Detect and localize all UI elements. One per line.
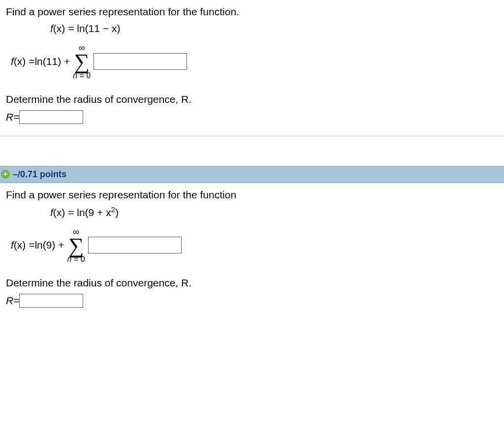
q1-answer-line: f(x) = ln(11) + ∞ ∑ n = 0 — [11, 43, 498, 80]
q2-radius-input[interactable] — [19, 294, 83, 308]
q1-radius-input[interactable] — [19, 110, 83, 124]
q2-answer-line: f(x) = ln(9) + ∞ ∑ n = 0 — [11, 227, 498, 264]
summation-symbol: ∞ ∑ n = 0 — [73, 43, 91, 80]
question-1: Find a power series representation for t… — [0, 0, 504, 136]
ans-fn-body: ln(11) + — [34, 56, 70, 67]
r-eq: = — [13, 111, 19, 123]
question-2: Find a power series representation for t… — [0, 183, 504, 320]
summation-symbol: ∞ ∑ n = 0 — [67, 227, 85, 264]
ans-fn-arg: (x) = — [14, 239, 35, 251]
ans-fn-body: ln(9) + — [34, 239, 64, 251]
points-bar: + –/0.71 points — [0, 166, 504, 183]
q1-radius-prompt: Determine the radius of convergence, R. — [6, 94, 498, 105]
q2-series-input[interactable] — [88, 237, 182, 253]
q2-prompt: Find a power series representation for t… — [6, 189, 498, 201]
sigma-icon: ∑ — [74, 52, 90, 72]
q1-function: f(x) = ln(11 − x) — [50, 23, 498, 34]
q2-radius-prompt: Determine the radius of convergence, R. — [6, 277, 498, 289]
expand-button[interactable]: + — [1, 170, 10, 179]
q1-prompt: Find a power series representation for t… — [6, 6, 498, 18]
divider — [0, 136, 504, 136]
q2-r-line: R = — [6, 294, 498, 308]
fn-body: ln(11 − x) — [77, 23, 120, 34]
q1-r-line: R = — [6, 110, 498, 124]
r-label: R — [6, 111, 13, 123]
fn-body: ln(9 + x2) — [77, 207, 119, 218]
r-eq: = — [13, 295, 19, 307]
points-text: –/0.71 points — [13, 169, 66, 180]
sum-lower: n = 0 — [67, 255, 85, 263]
fn-arg: (x) = — [53, 23, 77, 34]
q2-function: f(x) = ln(9 + x2) — [50, 206, 498, 218]
r-label: R — [6, 295, 13, 307]
sigma-icon: ∑ — [68, 236, 84, 256]
q1-series-input[interactable] — [94, 53, 187, 70]
sum-lower: n = 0 — [73, 72, 91, 80]
ans-fn-arg: (x) = — [14, 56, 35, 67]
fn-arg: (x) = — [53, 207, 77, 218]
